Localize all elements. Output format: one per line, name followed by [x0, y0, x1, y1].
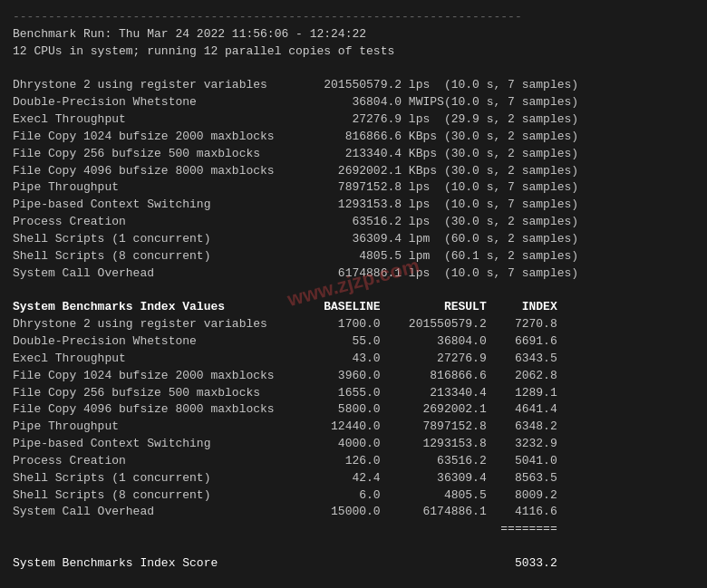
benchmark-list: Dhrystone 2 using register variables 201…: [13, 77, 694, 282]
index-table-row: System Call Overhead 15000.0 6174886.1 4…: [13, 504, 694, 521]
benchmark-row: File Copy 256 bufsize 500 maxblocks 2133…: [13, 146, 694, 163]
index-table-row: Dhrystone 2 using register variables 170…: [13, 316, 694, 333]
header-line2: 12 CPUs in system; running 12 parallel c…: [13, 43, 694, 61]
benchmark-row: Execl Throughput 27276.9 lps (29.9 s, 2 …: [13, 111, 694, 129]
header-line1: Benchmark Run: Thu Mar 24 2022 11:56:06 …: [13, 26, 694, 43]
index-table-row: Shell Scripts (8 concurrent) 6.0 4805.5 …: [13, 487, 694, 505]
divider-top: ----------------------------------------…: [13, 9, 694, 26]
index-table-row: File Copy 256 bufsize 500 maxblocks 1655…: [13, 385, 694, 402]
index-table-row: Shell Scripts (1 concurrent) 42.4 36309.…: [13, 470, 694, 487]
index-table-row: File Copy 1024 bufsize 2000 maxblocks 39…: [13, 368, 694, 385]
index-table-row: Double-Precision Whetstone 55.0 36804.0 …: [13, 333, 694, 351]
benchmark-row: System Call Overhead 6174886.1 lps (10.0…: [13, 265, 694, 283]
index-separator: ========: [13, 521, 694, 538]
benchmark-row: Shell Scripts (1 concurrent) 36309.4 lpm…: [13, 231, 694, 248]
index-table-header: System Benchmarks Index Values BASELINE …: [13, 299, 694, 316]
benchmark-row: Double-Precision Whetstone 36804.0 MWIPS…: [13, 94, 694, 111]
benchmark-row: Shell Scripts (8 concurrent) 4805.5 lpm …: [13, 248, 694, 265]
index-table-row: Execl Throughput 43.0 27276.9 6343.5: [13, 351, 694, 368]
score-line: System Benchmarks Index Score 5033.2: [13, 555, 694, 573]
benchmark-row: File Copy 4096 bufsize 8000 maxblocks 26…: [13, 163, 694, 180]
benchmark-row: File Copy 1024 bufsize 2000 maxblocks 81…: [13, 129, 694, 146]
index-table-row: File Copy 4096 bufsize 8000 maxblocks 58…: [13, 401, 694, 419]
benchmark-row: Process Creation 63516.2 lps (30.0 s, 2 …: [13, 214, 694, 231]
index-table: System Benchmarks Index Values BASELINE …: [13, 299, 694, 573]
benchmark-row: Pipe-based Context Switching 1293153.8 l…: [13, 197, 694, 214]
benchmark-row: Pipe Throughput 7897152.8 lps (10.0 s, 7…: [13, 179, 694, 197]
index-table-row: Pipe Throughput 12440.0 7897152.8 6348.2: [13, 419, 694, 436]
benchmark-row: Dhrystone 2 using register variables 201…: [13, 77, 694, 94]
terminal: ----------------------------------------…: [13, 9, 694, 588]
index-table-row: Process Creation 126.0 63516.2 5041.0: [13, 453, 694, 470]
index-table-row: Pipe-based Context Switching 4000.0 1293…: [13, 436, 694, 453]
